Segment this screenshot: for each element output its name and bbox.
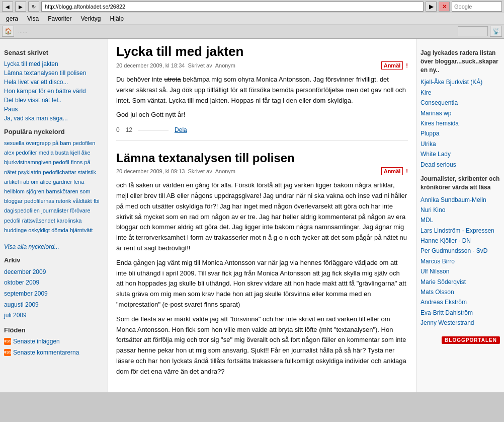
keyword-9[interactable]: pedofilernas retorik våldtäkt <box>24 198 92 204</box>
blog-link-7[interactable]: White Lady <box>421 149 500 159</box>
blog-link-2[interactable]: Consequentia <box>421 98 500 108</box>
menu-hjälp[interactable]: Hjälp <box>106 14 128 23</box>
journalist-link-11[interactable]: Eva-Britt Dahlström <box>421 308 500 318</box>
post-2-para-1: Enda gången jag vänt mig till Monica Ant… <box>116 258 408 310</box>
keyword-12[interactable]: rättsväsendet karolinska <box>22 218 82 224</box>
strikethrough-text: utrota <box>164 76 181 83</box>
journalists-title: Journalister, skribenter och krönikörer … <box>421 175 500 192</box>
post-1-body: Du behöver inte utrota bekämpa mig som o… <box>116 75 408 120</box>
post-2-para-0: och få saken ur världen en gång för alla… <box>116 180 408 254</box>
post-1-para-1: God jul och Gott nytt år! <box>116 110 408 120</box>
keyword-13[interactable]: huddinge oskyldigt dömda <box>4 227 68 233</box>
post-1-divider <box>116 140 408 141</box>
blog-link-0[interactable]: Kjell-Åke Bjurkvist (KÅ) <box>421 77 500 87</box>
blog-link-3[interactable]: Marinas wp <box>421 108 500 118</box>
keyword-6[interactable]: artikel i ab om alice gardner <box>4 179 72 185</box>
menu-visa[interactable]: Visa <box>23 14 43 23</box>
feed-button[interactable]: 📡 <box>490 26 502 37</box>
back-button[interactable]: ◀ <box>2 2 13 12</box>
main-content: Lycka till med jakten 20 december 2009, … <box>108 39 416 392</box>
recent-link-4[interactable]: Det blev visst nåt fel.. <box>4 96 104 105</box>
journalist-link-5[interactable]: Per Gudmundsson - SvD <box>421 246 500 256</box>
archive-oct2009[interactable]: oktober 2009 <box>4 277 104 289</box>
blog-link-4[interactable]: Kires hemsida <box>421 118 500 128</box>
bloggportalen-wrapper: BLOGGPORTALEN <box>421 333 500 344</box>
post-2-anmal-button[interactable]: Anmäl <box>381 167 403 175</box>
floden-link-1[interactable]: Senaste kommentarerna <box>13 348 79 357</box>
post-1: Lycka till med jakten 20 december 2009, … <box>116 44 408 141</box>
show-all-keywords[interactable]: Visa alla nyckelord... <box>4 242 104 251</box>
journalist-link-1[interactable]: Nuri Kino <box>421 205 500 215</box>
floden-item-0: RSS Senaste inläggen <box>4 337 104 346</box>
address-bar[interactable]: http://blogg.aftonbladet.se/26822 <box>41 2 424 12</box>
blog-link-1[interactable]: Kire <box>421 88 500 98</box>
post-2-author: Anonym <box>215 168 235 174</box>
journalist-link-3[interactable]: Lars Lindström - Expressen <box>421 226 500 236</box>
post-1-count2: 12 <box>126 126 132 133</box>
blog-link-dead-serious[interactable]: Dead serious <box>421 160 500 170</box>
popular-keywords-title: Populära nyckelord <box>4 128 104 135</box>
blog-link-6[interactable]: Ulrika <box>421 139 500 149</box>
menu-favoriter[interactable]: Favoriter <box>44 14 75 23</box>
post-1-author-prefix: Skrivet av <box>188 62 212 68</box>
recent-link-3[interactable]: Hon kämpar för en bättre värld <box>4 87 104 96</box>
post-1-title[interactable]: Lycka till med jakten <box>116 44 408 59</box>
archive-jul2009[interactable]: juli 2009 <box>4 310 104 321</box>
recently-written-title: Senast skrivet <box>4 49 104 56</box>
journalist-link-8[interactable]: Marie Söderqvist <box>421 277 500 287</box>
address-bar-row: ◀ ▶ ↻ http://blogg.aftonbladet.se/26822 … <box>0 0 504 13</box>
archive-dec2009[interactable]: december 2009 <box>4 267 104 278</box>
post-2-exclamation: ! <box>406 168 408 174</box>
post-2-title[interactable]: Lämna textanalysen till polisen <box>116 151 408 165</box>
recent-link-1[interactable]: Lämna textanalysen till polisen <box>4 68 104 78</box>
floden-link-0[interactable]: Senaste inläggen <box>13 337 60 346</box>
post-2-body: och få saken ur världen en gång för alla… <box>116 180 408 377</box>
bloggportalen-badge[interactable]: BLOGGPORTALEN <box>442 336 500 344</box>
journalist-link-12[interactable]: Jenny Westerstrand <box>421 318 500 328</box>
floden-title: Flöden <box>4 326 104 334</box>
keyword-3[interactable]: bjurkvistnamngiven pedofil <box>4 159 69 165</box>
go-button[interactable]: ▶ <box>426 2 437 12</box>
floden-item-1: RSS Senaste kommentarerna <box>4 348 104 357</box>
recent-link-0[interactable]: Lycka till med jakten <box>4 59 104 68</box>
post-1-author: Anonym <box>215 62 235 68</box>
post-1-dela-button[interactable]: Dela <box>175 126 187 133</box>
post-1-meta: 20 december 2009, kl 18:34 Skrivet av An… <box>116 61 408 69</box>
journalist-link-2[interactable]: MDL <box>421 215 500 225</box>
post-1-anmal-button[interactable]: Anmäl <box>381 61 403 69</box>
stop-button[interactable]: ✕ <box>439 2 450 12</box>
journalist-link-4[interactable]: Hanne Kjöller - DN <box>421 236 500 246</box>
archive-aug2009[interactable]: augusti 2009 <box>4 300 104 311</box>
post-2-meta: 20 december 2009, kl 09:13 Skrivet av An… <box>116 167 408 175</box>
keyword-5[interactable]: pedofilchattar statistik <box>43 169 96 175</box>
journalist-link-0[interactable]: Annika Sundbaum-Melin <box>421 195 500 205</box>
status-text: ...... <box>16 28 456 34</box>
journalist-link-7[interactable]: Ulf Nilsson <box>421 266 500 276</box>
post-2-para-2: Som de flesta av er märkt valde jag att … <box>116 314 408 377</box>
forward-button[interactable]: ▶ <box>15 2 26 12</box>
right-sidebar: Jag lyckades radera listan över bloggar.… <box>416 39 504 392</box>
keyword-14[interactable]: hjärntvätt <box>70 227 93 233</box>
refresh-button[interactable]: ↻ <box>28 2 39 12</box>
rss-icon-0: RSS <box>4 338 11 345</box>
menu-gera[interactable]: gera <box>2 14 22 23</box>
keyword-0[interactable]: sexuella övergrepp på barn <box>4 140 71 146</box>
post-2-author-prefix: Skrivet av <box>188 168 212 174</box>
rss-icon-1: RSS <box>4 349 11 356</box>
recent-link-2[interactable]: Hela livet var ett disco... <box>4 78 104 87</box>
journalist-link-10[interactable]: Andreas Ekström <box>421 297 500 307</box>
recent-link-5[interactable]: Paus <box>4 105 104 114</box>
menu-verktyg[interactable]: Verktyg <box>77 14 105 23</box>
recent-link-6[interactable]: Ja, vad ska man säga... <box>4 114 104 123</box>
journalist-link-6[interactable]: Marcus Birro <box>421 256 500 266</box>
left-sidebar: Senast skrivet Lycka till med jakten Läm… <box>0 39 108 392</box>
journalist-link-9[interactable]: Mats Olsson <box>421 287 500 297</box>
progress-bar <box>458 26 488 36</box>
search-input[interactable] <box>452 2 502 12</box>
home-button[interactable]: 🏠 <box>2 26 14 37</box>
post-1-social-bar: 0 12 Dela <box>116 126 408 133</box>
blog-link-5[interactable]: Pluppa <box>421 128 500 138</box>
keyword-2[interactable]: media busta kjell åke <box>39 150 91 156</box>
archive-sep2009[interactable]: september 2009 <box>4 289 104 300</box>
menu-bar: gera Visa Favoriter Verktyg Hjälp <box>0 13 504 25</box>
